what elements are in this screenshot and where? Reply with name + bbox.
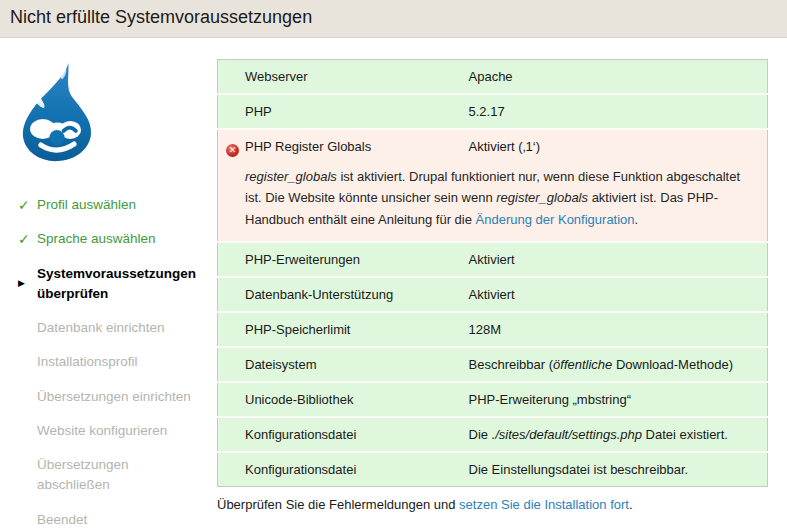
text: Aktiviert xyxy=(469,287,515,302)
requirement-label: Webserver xyxy=(245,69,308,84)
text: . xyxy=(635,212,639,227)
requirement-value: 128M xyxy=(461,312,768,347)
requirement-row: Datenbank-UnterstützungAktiviert xyxy=(218,277,768,312)
requirement-value: Beschreibbar (öffentliche Download-Metho… xyxy=(461,347,768,382)
step-label: Übersetzungen abschließen xyxy=(37,457,129,492)
requirement-value: Die Einstellungsdatei ist beschreibbar. xyxy=(461,452,768,487)
requirement-row: DateisystemBeschreibbar (öffentliche Dow… xyxy=(218,347,768,382)
konfiguration-link[interactable]: Änderung der Konfiguration xyxy=(476,212,635,227)
text: 5.2.17 xyxy=(469,104,505,119)
step-item-done: ✓Sprache auswählen xyxy=(18,229,204,249)
requirement-row: Unicode-BibliothekPHP-Erweiterung „mbstr… xyxy=(218,382,768,417)
error-icon: ✕ xyxy=(226,144,239,157)
text: PHP-Erweiterung „mbstring“ xyxy=(469,392,632,407)
requirement-row: KonfigurationsdateiDie Einstellungsdatei… xyxy=(218,452,768,487)
text: Beschreibbar ( xyxy=(469,357,554,372)
requirement-value: 5.2.17 xyxy=(461,94,768,129)
page-title: Nicht erfüllte Systemvoraussetzungen xyxy=(10,7,777,28)
text: Aktiviert (‚1‘) xyxy=(469,139,541,154)
requirement-value: Aktiviert xyxy=(461,277,768,312)
step-item-pending: Beendet xyxy=(18,510,204,528)
italic-text: öffentliche xyxy=(553,357,612,372)
italic-text: register_globals xyxy=(245,169,337,184)
step-item-active: ▶Systemvoraussetzungen überprüfen xyxy=(18,264,204,305)
requirement-value: Apache xyxy=(461,60,768,95)
text: Datei existiert. xyxy=(642,427,728,442)
requirement-row: PHP-ErweiterungenAktiviert xyxy=(218,242,768,277)
text: Apache xyxy=(469,69,513,84)
check-icon: ✓ xyxy=(18,195,30,216)
text: . xyxy=(629,497,633,512)
requirements-table: WebserverApachePHP5.2.17✕PHP Register Gl… xyxy=(217,59,768,487)
requirement-value: Aktiviert xyxy=(461,242,768,277)
step-label: Beendet xyxy=(37,512,87,527)
requirement-label: PHP-Speicherlimit xyxy=(245,322,350,337)
step-label: Übersetzungen einrichten xyxy=(37,389,191,404)
step-item-pending: Übersetzungen einrichten xyxy=(18,387,204,407)
install-page: Nicht erfüllte Systemvoraussetzungen ✓Pr… xyxy=(0,0,787,528)
check-icon: ✓ xyxy=(18,229,30,250)
install-steps: ✓Profil auswählen✓Sprache auswählen▶Syst… xyxy=(0,195,216,528)
text: Download-Methode) xyxy=(612,357,733,372)
drupal-logo xyxy=(14,61,100,163)
footer-note: Überprüfen Sie die Fehlermeldungen und s… xyxy=(217,497,767,512)
step-label: Datenbank einrichten xyxy=(37,320,165,335)
continue-installation-link[interactable]: setzen Sie die Installation fort xyxy=(459,497,629,512)
requirement-value: Aktiviert (‚1‘) xyxy=(461,129,768,166)
text: Die Einstellungsdatei ist beschreibbar. xyxy=(469,462,689,477)
status-icon-slot: ✕ xyxy=(226,139,245,157)
requirement-label: PHP-Erweiterungen xyxy=(245,252,360,267)
main-content: WebserverApachePHP5.2.17✕PHP Register Gl… xyxy=(217,59,767,512)
italic-text: register_globals xyxy=(496,190,588,205)
step-item-pending: Übersetzungen abschließen xyxy=(18,455,204,496)
requirement-row: PHP-Speicherlimit128M xyxy=(218,312,768,347)
requirement-label: Dateisystem xyxy=(245,357,317,372)
step-item-pending: Installationsprofil xyxy=(18,352,204,372)
arrow-right-icon: ▶ xyxy=(18,277,25,291)
requirement-label: Konfigurationsdatei xyxy=(245,427,356,442)
requirement-label: PHP xyxy=(245,104,272,119)
requirement-description: register_globals ist aktiviert. Drupal f… xyxy=(218,166,768,242)
step-item-pending: Website konfigurieren xyxy=(18,421,204,441)
requirement-label: Unicode-Bibliothek xyxy=(245,392,353,407)
text: Überprüfen Sie die Fehlermeldungen und xyxy=(217,497,459,512)
requirements-table-body: WebserverApachePHP5.2.17✕PHP Register Gl… xyxy=(218,60,768,487)
text: 128M xyxy=(469,322,502,337)
requirement-value: Die ./sites/default/settings.php Datei e… xyxy=(461,417,768,452)
step-label: Website konfigurieren xyxy=(37,423,167,438)
requirement-row: ✕PHP Register GlobalsAktiviert (‚1‘) xyxy=(218,129,768,166)
step-label: Installationsprofil xyxy=(37,354,138,369)
sidebar: ✓Profil auswählen✓Sprache auswählen▶Syst… xyxy=(0,37,216,528)
requirement-label: Datenbank-Unterstützung xyxy=(245,287,393,302)
step-item-pending: Datenbank einrichten xyxy=(18,318,204,338)
step-label: Sprache auswählen xyxy=(37,231,156,246)
page-header: Nicht erfüllte Systemvoraussetzungen xyxy=(0,0,787,38)
text: Aktiviert xyxy=(469,252,515,267)
italic-text: ./sites/default/settings.php xyxy=(492,427,642,442)
requirement-row: KonfigurationsdateiDie ./sites/default/s… xyxy=(218,417,768,452)
requirement-description-row: register_globals ist aktiviert. Drupal f… xyxy=(218,166,768,242)
step-label: Systemvoraussetzungen überprüfen xyxy=(37,266,196,301)
step-item-done: ✓Profil auswählen xyxy=(18,195,204,215)
requirement-label: Konfigurationsdatei xyxy=(245,462,356,477)
requirement-row: WebserverApache xyxy=(218,60,768,95)
text: Die xyxy=(469,427,492,442)
requirement-row: PHP5.2.17 xyxy=(218,94,768,129)
requirement-label: PHP Register Globals xyxy=(245,139,371,154)
step-label: Profil auswählen xyxy=(37,197,136,212)
requirement-value: PHP-Erweiterung „mbstring“ xyxy=(461,382,768,417)
